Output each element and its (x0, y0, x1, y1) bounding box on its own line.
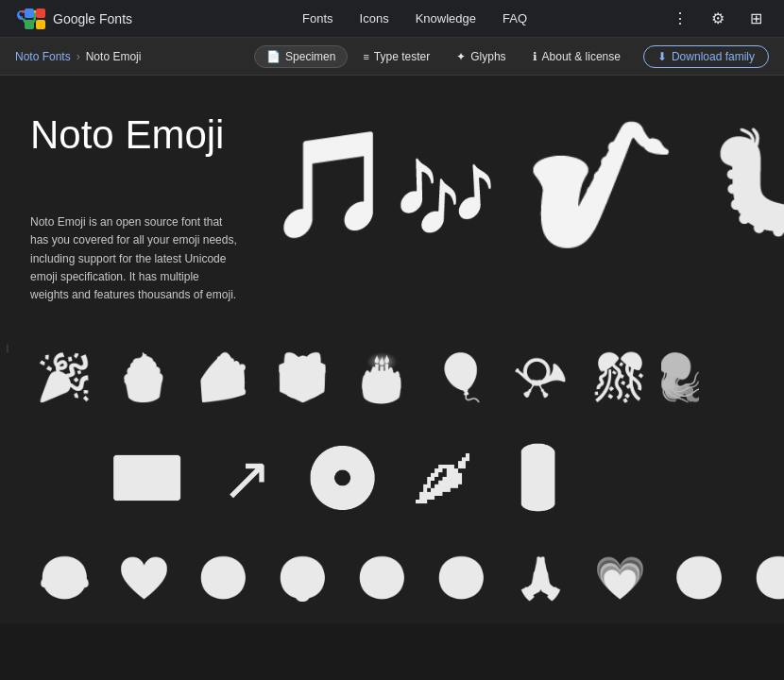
emoji-kiss[interactable]: 😙 (344, 540, 419, 616)
more-options-icon[interactable]: ⋮ (667, 6, 693, 32)
hero-text: Noto Emoji Noto Emoji is an open source … (30, 113, 238, 304)
emoji-email[interactable]: 📧 (94, 431, 198, 525)
nav-faq[interactable]: FAQ (503, 11, 527, 26)
emoji-zany[interactable]: 🤪 (264, 540, 340, 616)
grid-icon[interactable]: ⊞ (742, 6, 769, 32)
tab-glyphs[interactable]: ✦ Glyphs (445, 46, 517, 67)
page-title: Noto Emoji (30, 113, 238, 157)
hero-emoji-showcase: 🎵 🎶 🎷 🐛 (238, 113, 784, 255)
emoji-heart[interactable]: 🤍 (106, 540, 181, 616)
logo-area[interactable]: Google Fonts (15, 8, 132, 30)
emoji-trumpet[interactable]: 📯 (503, 340, 578, 416)
sub-navigation: Noto Fonts › Noto Emoji 📄 Specimen ≡ Typ… (0, 38, 784, 76)
logo-text: Google Fonts (53, 11, 132, 26)
emoji-laughing[interactable]: 😂 (26, 540, 102, 616)
main-content: Noto Emoji Noto Emoji is an open source … (0, 76, 784, 623)
emoji-cupcake[interactable]: 🧁 (106, 340, 181, 416)
breadcrumb-current-page: Noto Emoji (86, 50, 142, 63)
hero-emoji-notes: 🎶 (396, 159, 496, 239)
hero-section: Noto Emoji Noto Emoji is an open source … (0, 76, 784, 323)
tab-specimen[interactable]: 📄 Specimen (254, 45, 348, 68)
emoji-party-face[interactable]: 🎉 (26, 340, 102, 416)
side-handle[interactable]: ⁞ (0, 323, 15, 623)
emoji-heart-beat[interactable]: 💗 (582, 540, 657, 616)
emoji-jellyfish[interactable]: 🪼 (661, 340, 699, 416)
about-icon: ℹ (533, 50, 537, 63)
top-navigation: Google Fonts Fonts Icons Knowledge FAQ ⋮… (0, 0, 784, 38)
emoji-birthday-cake[interactable]: 🎂 (344, 340, 419, 416)
emoji-disc[interactable]: 💿 (295, 431, 389, 525)
hero-emoji-sax: 🎷 (524, 123, 677, 246)
tab-about[interactable]: ℹ About & license (521, 46, 632, 67)
emoji-pray[interactable]: 🙏 (503, 540, 578, 616)
font-description: Noto Emoji is an open source font that h… (30, 213, 238, 304)
google-g-icon (25, 8, 45, 29)
svg-rect-2 (36, 8, 45, 18)
nav-icons[interactable]: Icons (360, 11, 389, 26)
emoji-arrow[interactable]: ↗ (204, 431, 289, 525)
sub-nav-tabs: 📄 Specimen ≡ Type tester ✦ Glyphs ℹ Abou… (254, 45, 769, 68)
settings-icon[interactable]: ⚙ (705, 6, 731, 32)
emoji-row-celebrations: 🎉 🧁 🍰 🎁 🎂 🎈 📯 🎊 🪼 (0, 332, 784, 423)
breadcrumb: Noto Fonts › Noto Emoji (15, 50, 141, 63)
download-family-button[interactable]: ⬇ Download family (643, 45, 769, 68)
emoji-confetti[interactable]: 🎊 (582, 340, 657, 416)
nav-knowledge[interactable]: Knowledge (416, 11, 476, 26)
emoji-row-faces: 😂 🤍 😍 🤪 😙 😳 🙏 💗 🤕 😗 👍 🌙 (0, 533, 784, 623)
emoji-bandage[interactable]: 🤕 (661, 540, 737, 616)
tab-type-tester[interactable]: ≡ Type tester (351, 46, 441, 67)
nav-links: Fonts Icons Knowledge FAQ (162, 11, 667, 26)
emoji-cake-slice[interactable]: 🍰 (185, 340, 261, 416)
emoji-balloon[interactable]: 🎈 (423, 340, 499, 416)
svg-rect-1 (25, 8, 34, 18)
emoji-heart-eyes[interactable]: 😍 (185, 540, 261, 616)
glyphs-icon: ✦ (456, 50, 466, 63)
emoji-grid-container: ⁞ 🎉 🧁 🍰 🎁 🎂 🎈 📯 🎊 🪼 📧 ↗ 💿 🌶 🔋 😂 🤍 � (0, 323, 784, 623)
emoji-flushed[interactable]: 😳 (423, 540, 499, 616)
emoji-row-misc: 📧 ↗ 💿 🌶 🔋 (0, 423, 784, 533)
emoji-gift[interactable]: 🎁 (264, 340, 340, 416)
specimen-icon: 📄 (266, 50, 281, 63)
emoji-battery[interactable]: 🔋 (495, 431, 580, 525)
download-icon: ⬇ (657, 50, 667, 63)
type-tester-icon: ≡ (363, 51, 368, 62)
emoji-kiss2[interactable]: 😗 (741, 540, 784, 616)
nav-fonts[interactable]: Fonts (302, 11, 333, 26)
svg-rect-3 (25, 20, 34, 29)
breadcrumb-separator: › (77, 50, 80, 63)
hero-emoji-music: 🎵 (266, 132, 396, 236)
emoji-pepper[interactable]: 🌶 (395, 431, 489, 525)
drag-handle-icon: ⁞ (6, 342, 10, 355)
hero-emoji-worm: 🐛 (706, 132, 784, 236)
breadcrumb-link[interactable]: Noto Fonts (15, 50, 71, 63)
nav-action-icons: ⋮ ⚙ ⊞ (667, 6, 769, 32)
svg-rect-4 (36, 20, 45, 29)
